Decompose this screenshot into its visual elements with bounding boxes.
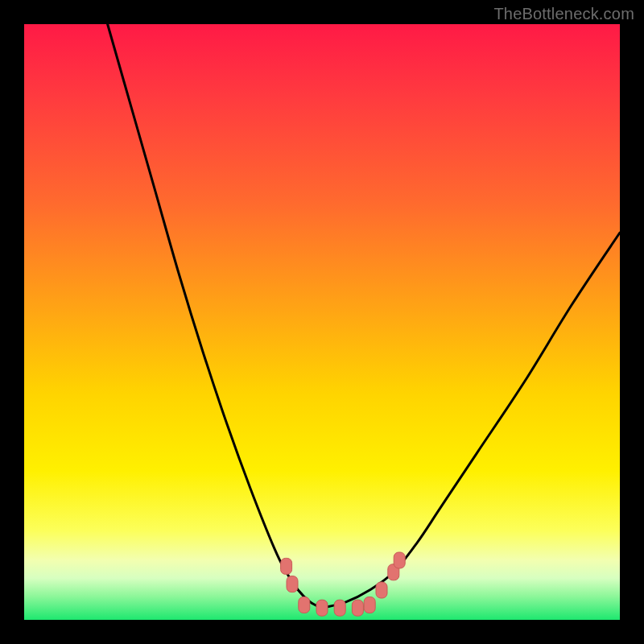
curve-group [108, 24, 620, 608]
chart-frame: TheBottleneck.com [0, 0, 644, 644]
data-marker [364, 597, 375, 613]
data-marker [334, 600, 345, 616]
data-marker [287, 576, 298, 592]
data-marker [281, 558, 292, 574]
plot-area [24, 24, 620, 620]
chart-svg [24, 24, 620, 620]
data-marker [376, 582, 387, 598]
data-marker [352, 600, 363, 616]
data-marker [316, 600, 328, 616]
watermark-text: TheBottleneck.com [493, 5, 634, 23]
curve-right [322, 233, 620, 608]
data-marker [394, 552, 405, 568]
curve-left [108, 24, 322, 608]
marker-group [281, 552, 406, 616]
data-marker [299, 597, 310, 613]
